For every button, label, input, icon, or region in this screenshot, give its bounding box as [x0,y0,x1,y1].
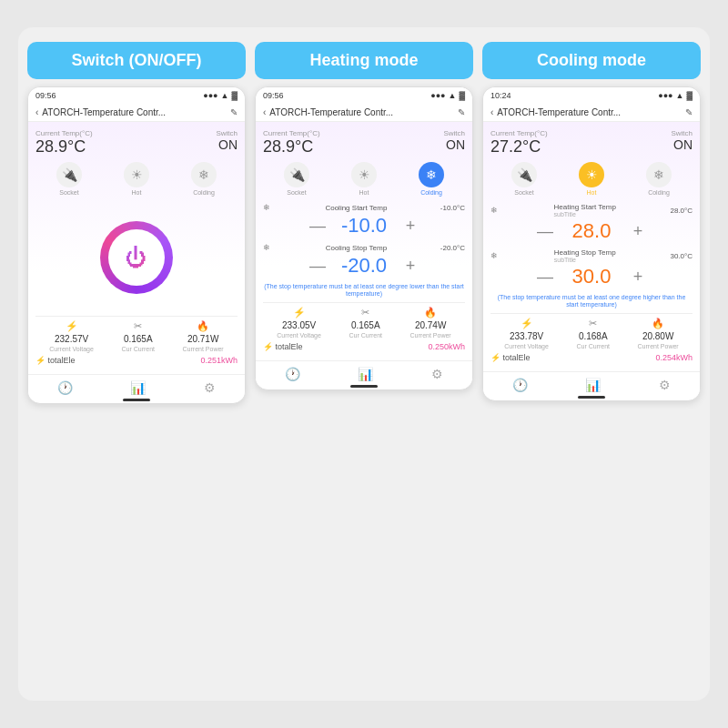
icon-hot-h[interactable]: ☀ Hot [351,162,377,196]
status-icons-heating: ●●● ▲ ▓ [430,91,465,100]
voltage-value-c: 233.78V [510,331,543,341]
switch-value-cooling: ON [671,137,693,152]
cooling-warning: (The stop temperature must be at least o… [490,294,693,309]
cooling-start-section: ❄ Cooling Start Temp -10.0°C — -10.0 + [263,203,465,238]
heating-start-label: Heating Start Temp [554,203,616,211]
icon-hot[interactable]: ☀ Hot [124,162,149,196]
switch-section-c: Switch ON [671,129,693,152]
temp-label: Current Temp(°C) [35,129,93,137]
temp-value-switch: 28.9°C [35,137,93,157]
stat-current-h: ✂ 0.165A Cur Current [349,307,382,339]
divider-cooling [490,313,693,314]
snow-icon: ❄ [191,162,217,187]
icon-cold-h[interactable]: ❄ Colding [419,162,444,196]
current-value-c: 0.168A [579,331,608,341]
cooling-stop-plus[interactable]: + [401,258,420,274]
nav-settings-h[interactable]: ⚙ [431,367,443,381]
phone-body-switch: Current Temp(°C) 28.9°C Switch ON 🔌 Sock… [28,122,245,374]
cooling-start-minus[interactable]: — [308,217,327,234]
temp-row-cooling: Current Temp(°C) 27.2°C Switch ON [490,129,693,157]
socket-icon: 🔌 [56,162,82,187]
icon-socket-h[interactable]: 🔌 Socket [284,162,309,196]
temp-section-h: Current Temp(°C) 28.9°C [263,129,320,157]
power-ring[interactable]: ⏻ [100,221,173,294]
nav-chart-h[interactable]: 📊 [358,367,373,381]
back-button-c[interactable]: ‹ [490,107,493,117]
nav-settings[interactable]: ⚙ [204,380,216,395]
stats-row-switch: ⚡ 232.57V Current Voltage ✂ 0.165A Cur C… [35,320,238,352]
nav-chart-c[interactable]: 📊 [585,378,601,392]
icon-cold-c[interactable]: ❄ Colding [646,162,672,196]
sun-icon-c: ☀ [579,162,604,187]
stat-power: 🔥 20.71W Current Power [183,320,224,352]
section-icon-4: ❄ [490,251,498,260]
cooling-start-plus[interactable]: + [401,217,420,234]
edit-icon-c[interactable]: ✎ [685,107,693,117]
divider-switch [35,316,238,317]
stat-power-h: 🔥 20.74W Current Power [410,307,451,339]
total-value-cooling: 0.254kWh [655,353,693,362]
power-label-h: Current Power [410,332,451,339]
power-label: Current Power [183,346,224,352]
cooling-stop-side: -20.0°C [440,244,465,252]
power-stat-icon: 🔥 [197,320,209,332]
bottom-nav-switch: 🕐 📊 ⚙ [28,374,245,399]
heating-stop-minus[interactable]: — [536,268,554,285]
voltage-value-h: 233.05V [282,320,316,330]
signal-icon-c: ●●● [658,91,672,100]
stat-power-c: 🔥 20.80W Current Power [638,318,679,349]
nav-chart[interactable]: 📊 [130,380,146,395]
cold-label: Colding [193,189,215,196]
power-value: 20.71W [187,334,218,344]
cooling-stop-val: -20.0 [341,254,387,278]
nav-title-heating: ATORCH-Temperature Contr... [269,107,458,117]
status-bar-switch: 09:56 ●●● ▲ ▓ [28,87,245,104]
cooling-stop-control: — -20.0 + [263,254,465,278]
status-bar-cooling: 10:24 ●●● ▲ ▓ [483,87,700,104]
cooling-start-side: -10.0°C [440,204,465,212]
home-indicator-heating [350,385,378,388]
nav-clock[interactable]: 🕐 [57,380,73,395]
power-icon: ⏻ [126,245,147,270]
back-button[interactable]: ‹ [35,107,38,117]
nav-clock-c[interactable]: 🕐 [512,378,528,392]
edit-icon-h[interactable]: ✎ [458,107,465,117]
back-button-h[interactable]: ‹ [263,107,266,117]
snow-icon-c: ❄ [646,162,672,187]
power-ring-inner: ⏻ [108,229,165,286]
icon-hot-c[interactable]: ☀ Hot [579,162,604,196]
nav-clock-h[interactable]: 🕐 [285,367,300,381]
icon-socket[interactable]: 🔌 Socket [56,162,82,196]
phone-body-heating: Current Temp(°C) 28.9°C Switch ON 🔌 Sock… [256,122,472,360]
edit-icon[interactable]: ✎ [230,107,238,117]
sun-icon-h: ☀ [351,162,377,187]
current-icon: ✂ [134,320,142,332]
phone-col-heating: Heating mode 09:56 ●●● ▲ ▓ ‹ ATORCH-Temp… [255,42,473,390]
heating-stop-side: 30.0°C [670,252,693,260]
switch-value-switch: ON [216,137,238,152]
cooling-stop-minus[interactable]: — [308,258,327,274]
heating-start-plus[interactable]: + [629,223,647,239]
current-value: 0.165A [124,334,153,344]
cooling-stop-header: ❄ Cooling Stop Temp -20.0°C [263,243,465,252]
icon-socket-c[interactable]: 🔌 Socket [511,162,537,196]
nav-title-switch: ATORCH-Temperature Contr... [42,107,230,117]
cold-label-h: Colding [420,189,442,196]
section-icon-2: ❄ [263,243,270,252]
current-label-h: Cur Current [349,332,382,339]
heating-start-val: 28.0 [569,219,614,243]
temp-value-cooling: 27.2°C [490,137,548,157]
cooling-start-val: -10.0 [341,214,387,238]
icon-cold[interactable]: ❄ Colding [191,162,217,196]
nav-settings-c[interactable]: ⚙ [659,378,671,392]
heating-start-minus[interactable]: — [536,223,554,239]
switch-section-h: Switch ON [443,129,465,152]
divider-heating [263,302,465,303]
voltage-label-c: Current Voltage [504,343,549,349]
signal-icon-h: ●●● [430,91,445,100]
time-switch: 09:56 [35,91,56,100]
heating-stop-plus[interactable]: + [629,268,647,285]
cooling-start-control: — -10.0 + [263,214,465,238]
power-area: ⏻ [35,203,238,312]
home-indicator-switch [123,399,150,401]
